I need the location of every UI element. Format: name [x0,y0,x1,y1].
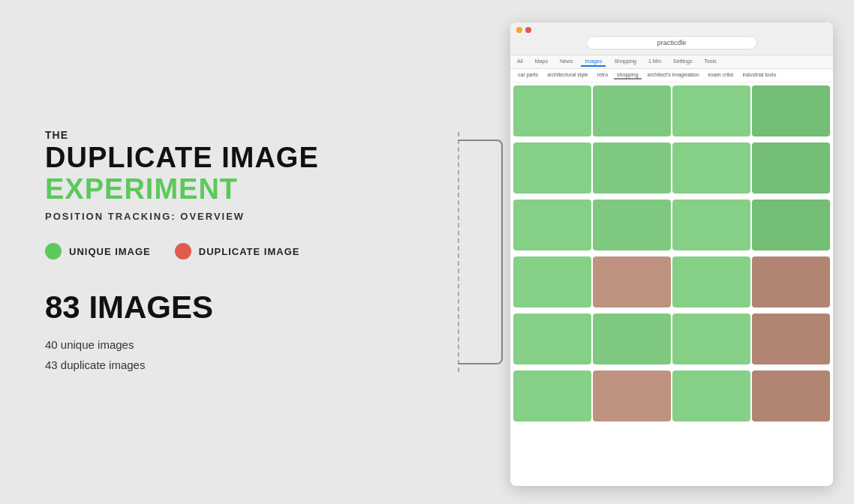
filter-car-parts[interactable]: car parts [515,71,541,80]
img-cell-1-1 [513,86,591,136]
img-cell-5-1 [513,314,591,364]
unique-dot [45,243,62,260]
stats-count: 83 IMAGES [45,290,390,326]
address-bar[interactable]: practicdle [586,36,757,50]
legend: UNIQUE IMAGE DUPLICATE IMAGE [45,243,390,260]
image-grid-row3 [510,196,833,254]
tab-settings[interactable]: Settings [669,57,696,67]
position-tracking: POSITION TRACKING: OVERVIEW [45,211,390,222]
tab-all[interactable]: All [513,57,527,67]
img-cell-6-1 [513,370,591,422]
tab-min[interactable]: 1 Min [645,57,665,67]
tab-news[interactable]: News [556,57,577,67]
tab-images[interactable]: Images [581,57,606,67]
bracket-container: practicdle All Maps News Images Shopping… [435,0,854,504]
legend-duplicate: DUPLICATE IMAGE [175,243,300,260]
img-cell-1-3 [672,86,750,136]
filter-arch-imag[interactable]: architect's imagination [645,71,702,80]
img-cell-6-3 [672,370,750,422]
legend-unique: UNIQUE IMAGE [45,243,151,260]
filter-tabs: car parts architectural style retro shop… [510,69,833,82]
img-cell-3-1 [513,200,591,250]
img-cell-2-4 [752,142,830,194]
img-cell-2-2 [593,142,671,194]
image-grid-row1 [510,82,833,140]
minimize-dot [516,27,522,33]
left-panel: THE DUPLICATE IMAGE EXPERIMENT POSITION … [0,99,435,406]
image-grid-row4 [510,254,833,310]
img-cell-4-1 [513,256,591,308]
unique-count: 40 unique images [45,334,390,355]
title-line2: EXPERIMENT [45,174,390,206]
img-cell-4-3 [672,256,750,308]
img-cell-1-4 [752,86,830,136]
img-cell-3-3 [672,200,750,250]
image-grid-row5 [510,310,833,368]
img-cell-2-1 [513,142,591,194]
img-cell-6-2 [593,370,671,422]
tab-shopping[interactable]: Shopping [610,57,640,67]
image-grid-row6 [510,368,833,424]
img-cell-1-2 [593,86,671,136]
img-cell-4-2 [593,256,671,308]
right-panel: practicdle All Maps News Images Shopping… [435,0,854,504]
filter-shopping[interactable]: shopping [614,71,641,80]
img-cell-2-3 [672,142,750,194]
image-grid-row2 [510,140,833,196]
img-cell-3-2 [593,200,671,250]
browser-tabs: All Maps News Images Shopping 1 Min Sett… [510,56,833,69]
browser-mockup: practicdle All Maps News Images Shopping… [510,22,833,486]
browser-chrome: practicdle [510,22,833,56]
tab-maps[interactable]: Maps [531,57,552,67]
close-dot [525,27,531,33]
duplicate-dot [175,243,191,260]
browser-dots [516,27,827,33]
stats-detail: 40 unique images 43 duplicate images [45,334,390,375]
bracket [458,140,503,364]
filter-arch-style[interactable]: architectural style [544,71,591,80]
tab-tools[interactable]: Tools [700,57,720,67]
filter-exam-cribs[interactable]: exam cribs [705,71,737,80]
img-cell-5-4 [752,314,830,364]
img-cell-4-4 [752,256,830,308]
duplicate-count: 43 duplicate images [45,355,390,375]
duplicate-label: DUPLICATE IMAGE [199,246,300,257]
filter-retro[interactable]: retro [594,71,611,80]
img-cell-3-4 [752,200,830,250]
img-cell-6-4 [752,370,830,422]
unique-label: UNIQUE IMAGE [69,246,151,257]
img-cell-5-2 [593,314,671,364]
filter-industrial[interactable]: industrial tools [739,71,779,80]
img-cell-5-3 [672,314,750,364]
title-line1: DUPLICATE IMAGE [45,142,390,174]
the-label: THE [45,129,390,141]
